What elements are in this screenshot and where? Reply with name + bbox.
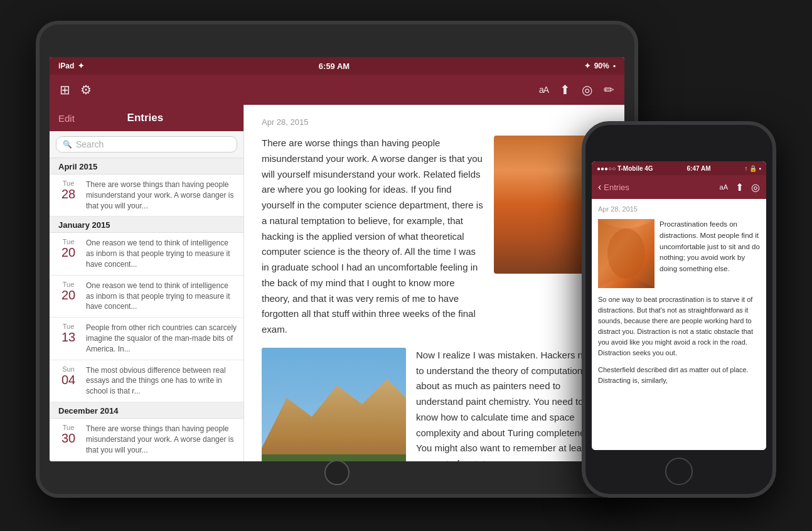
font-size-icon[interactable]: aA [539, 85, 548, 95]
search-input[interactable]: Search [76, 139, 104, 149]
iphone-share-icon[interactable]: ⬆ [735, 181, 744, 193]
iphone-back[interactable]: ‹ Entries [598, 181, 629, 193]
list-item[interactable]: Tue 13 People from other rich countries … [50, 318, 243, 360]
status-right: ✦ 90% ▪ [584, 62, 616, 70]
entry-date: Tue 13 [56, 323, 81, 354]
entry-first-section: There are worse things than having peopl… [262, 136, 607, 338]
entry-preview: There are worse things than having peopl… [86, 424, 237, 455]
entry-date: Tue 30 [56, 424, 81, 455]
battery-pct: 90% [594, 62, 609, 70]
iphone-status-bar: ●●●○○ T-Mobile 4G 6:47 AM ↑ 🔒 ▪ [592, 161, 766, 175]
iphone-paragraph-1: Procrastination feeds on distractions. M… [660, 219, 760, 288]
entry-second-section: Now I realize I was mistaken. Hackers ne… [262, 348, 607, 461]
share-icon[interactable]: ⬆ [560, 82, 570, 97]
month-header-january-2015: January 2015 [50, 217, 243, 233]
list-item[interactable]: Sun 04 The most obvious difference betwe… [50, 360, 243, 402]
edit-button[interactable]: Edit [58, 113, 75, 124]
wifi-icon: ✦ [78, 62, 84, 70]
ipad-device: iPad ✦ 6:59 AM ✦ 90% ▪ ⊞ ⚙ aA ⬆ [36, 21, 638, 498]
month-header-december-2014: December 2014 [50, 402, 243, 419]
ipad-device-label: iPad [58, 62, 74, 70]
iphone-entry-section: Procrastination feeds on distractions. M… [598, 219, 760, 288]
list-item[interactable]: Sun 28 I think it's far more important t… [50, 461, 243, 461]
iphone-status-icons: ↑ 🔒 ▪ [744, 165, 761, 172]
entry-body: There are worse things than having peopl… [262, 136, 607, 461]
sidebar: Edit Entries 🔍 Search April 2015 [50, 105, 244, 461]
entry-preview: The most obvious difference between real… [86, 365, 237, 397]
ipad-toolbar: ⊞ ⚙ aA ⬆ ◎ ✏ [50, 75, 624, 105]
entry-paragraph-1: There are worse things than having peopl… [262, 136, 484, 338]
iphone-photo-canyon [598, 219, 654, 288]
bluetooth-icon: ✦ [584, 62, 590, 70]
lock-icon: 🔒 [749, 165, 757, 172]
list-item[interactable]: Tue 20 One reason we tend to think of in… [50, 233, 243, 275]
entry-preview: One reason we tend to think of intellige… [86, 238, 237, 269]
status-left: iPad ✦ [58, 62, 84, 70]
iphone-home-button[interactable] [665, 458, 693, 485]
iphone-toolbar-right: aA ⬆ ◎ [720, 181, 760, 193]
folder-icon[interactable]: ⊞ [60, 82, 70, 97]
iphone-toolbar: ‹ Entries aA ⬆ ◎ [592, 175, 766, 199]
iphone-camera-icon[interactable]: ◎ [751, 181, 760, 193]
ipad-content: Edit Entries 🔍 Search April 2015 [50, 105, 624, 461]
iphone-paragraph-2: So one way to beat procrastination is to… [598, 294, 760, 358]
iphone-battery: ▪ [759, 165, 761, 172]
carrier-label: ●●●○○ T-Mobile 4G [597, 165, 653, 172]
entry-date: Tue 20 [56, 238, 81, 269]
battery-icon: ▪ [613, 62, 616, 70]
ipad-status-bar: iPad ✦ 6:59 AM ✦ 90% ▪ [50, 57, 624, 75]
arrow-icon: ↑ [744, 165, 747, 172]
iphone-screen: ●●●○○ T-Mobile 4G 6:47 AM ↑ 🔒 ▪ ‹ Entrie… [592, 161, 766, 450]
iphone-device: ●●●○○ T-Mobile 4G 6:47 AM ↑ 🔒 ▪ ‹ Entrie… [582, 121, 776, 498]
iphone-content: Apr 28, 2015 [592, 199, 766, 450]
entry-preview: People from other rich countries can sca… [86, 323, 237, 354]
iphone-font-size-icon[interactable]: aA [720, 183, 728, 191]
search-icon: 🔍 [63, 140, 72, 149]
sidebar-list: April 2015 Tue 28 There are worse things… [50, 158, 243, 461]
entry-date-label: Apr 28, 2015 [262, 117, 607, 127]
entry-date: Sun 04 [56, 365, 81, 397]
ipad-home-button[interactable] [324, 460, 350, 485]
settings-icon[interactable]: ⚙ [80, 82, 92, 97]
list-item[interactable]: Tue 30 There are worse things than havin… [50, 419, 243, 461]
sidebar-header: Edit Entries [50, 105, 243, 131]
back-chevron-icon: ‹ [598, 181, 601, 193]
entry-date: Tue 20 [56, 281, 81, 312]
sidebar-title: Entries [127, 112, 164, 124]
ipad-screen: iPad ✦ 6:59 AM ✦ 90% ▪ ⊞ ⚙ aA ⬆ [50, 57, 624, 461]
camera-icon[interactable]: ◎ [582, 82, 592, 97]
search-bar: 🔍 Search [50, 131, 243, 158]
search-input-wrapper[interactable]: 🔍 Search [56, 136, 237, 153]
entry-paragraph-2: Now I realize I was mistaken. Hackers ne… [416, 348, 607, 461]
list-item[interactable]: Tue 20 One reason we tend to think of in… [50, 276, 243, 318]
ipad-time: 6:59 AM [319, 62, 350, 71]
entry-preview: There are worse things than having peopl… [86, 180, 237, 211]
entry-preview: One reason we tend to think of intellige… [86, 281, 237, 312]
entry-date: Tue 28 [56, 180, 81, 211]
main-content-area: Apr 28, 2015 There are worse things than… [244, 105, 624, 461]
iphone-time: 6:47 AM [687, 165, 711, 172]
compose-icon[interactable]: ✏ [604, 82, 614, 97]
iphone-paragraph-3: Chesterfield described dirt as matter ou… [598, 365, 760, 386]
list-item[interactable]: Tue 28 There are worse things than havin… [50, 174, 243, 217]
toolbar-left: ⊞ ⚙ [60, 82, 92, 97]
iphone-carrier: ●●●○○ T-Mobile 4G [597, 165, 653, 172]
month-header-april-2015: April 2015 [50, 158, 243, 174]
toolbar-right: aA ⬆ ◎ ✏ [539, 82, 614, 97]
entry-photo-landscape [262, 348, 406, 461]
back-button[interactable]: Entries [604, 183, 629, 192]
iphone-entry-date: Apr 28, 2015 [598, 205, 760, 213]
